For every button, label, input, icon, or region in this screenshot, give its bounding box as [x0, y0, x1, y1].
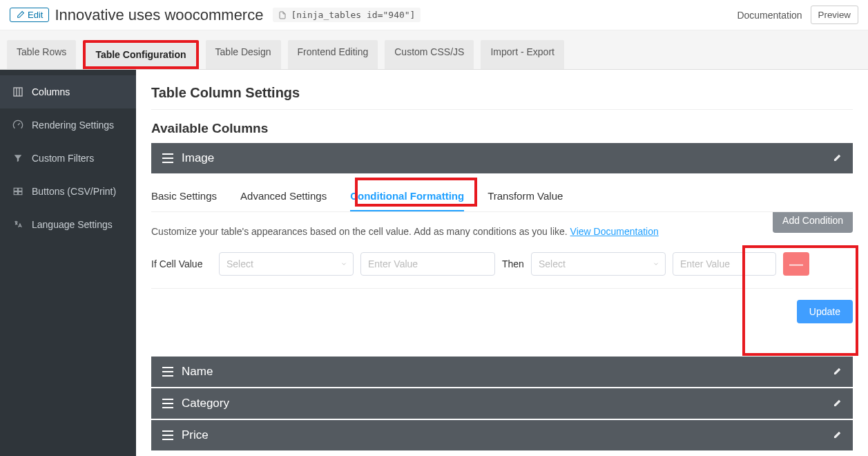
if-operator-select[interactable]: Select	[219, 252, 354, 276]
shortcode-display[interactable]: [ninja_tables id="940"]	[273, 8, 421, 22]
remove-condition-button[interactable]: —	[783, 252, 809, 276]
edit-column-icon[interactable]	[832, 430, 842, 440]
column-header-image[interactable]: Image	[151, 143, 853, 173]
sidebar-item-label: Language Settings	[32, 219, 113, 230]
edit-button[interactable]: Edit	[10, 8, 49, 22]
filter-icon	[12, 153, 23, 164]
main-tabs: Table Rows Table Configuration Table Des…	[0, 30, 868, 70]
condition-row: If Cell Value Select Then Select —	[151, 252, 853, 289]
tab-table-rows[interactable]: Table Rows	[7, 40, 76, 69]
inner-tab-advanced[interactable]: Advanced Settings	[240, 190, 327, 211]
sidebar-item-buttons[interactable]: Buttons (CSV/Print)	[0, 175, 136, 208]
section-title: Table Column Settings	[151, 85, 853, 110]
edit-column-icon[interactable]	[832, 367, 842, 377]
edit-column-icon[interactable]	[832, 399, 842, 408]
sidebar: Columns Rendering Settings Custom Filter…	[0, 70, 136, 456]
column-label: Category	[182, 397, 229, 410]
svg-rect-5	[19, 188, 22, 191]
inner-tabs: Basic Settings Advanced Settings Conditi…	[151, 173, 853, 212]
edit-button-label: Edit	[28, 10, 43, 20]
language-icon	[12, 219, 23, 230]
drag-handle-icon[interactable]	[162, 430, 173, 440]
tab-import-export[interactable]: Import - Export	[481, 40, 564, 69]
then-action-select[interactable]: Select	[531, 252, 666, 276]
inner-tab-transform[interactable]: Transform Value	[488, 190, 563, 211]
if-value-input[interactable]	[360, 252, 495, 276]
drag-handle-icon[interactable]	[162, 399, 173, 408]
column-label: Name	[182, 365, 213, 379]
column-header-price[interactable]: Price	[151, 420, 853, 450]
conditional-description: Customize your table's appearances based…	[151, 226, 568, 237]
content-area: Table Column Settings Available Columns …	[136, 70, 868, 456]
sidebar-item-label: Columns	[32, 86, 70, 97]
then-label: Then	[502, 258, 524, 269]
edit-column-icon[interactable]	[832, 153, 842, 163]
column-header-category[interactable]: Category	[151, 388, 853, 419]
tab-custom-css-js[interactable]: Custom CSS/JS	[385, 40, 474, 69]
svg-rect-7	[19, 192, 22, 195]
update-button[interactable]: Update	[797, 300, 853, 323]
inner-tab-conditional[interactable]: Conditional Formatting	[350, 190, 464, 211]
drag-handle-icon[interactable]	[162, 153, 173, 163]
tab-frontend-editing[interactable]: Frontend Editing	[288, 40, 378, 69]
sidebar-item-label: Custom Filters	[32, 153, 94, 164]
inner-tab-basic[interactable]: Basic Settings	[151, 190, 217, 211]
chevron-down-icon	[653, 260, 659, 267]
sidebar-item-columns[interactable]: Columns	[0, 75, 136, 108]
column-label: Price	[182, 428, 209, 442]
drag-handle-icon[interactable]	[162, 367, 173, 377]
tab-table-configuration[interactable]: Table Configuration	[83, 40, 198, 69]
svg-line-3	[18, 123, 20, 125]
then-value-input[interactable]	[673, 252, 776, 276]
column-header-name[interactable]: Name	[151, 357, 853, 387]
documentation-link[interactable]: Documentation	[737, 10, 802, 21]
select-placeholder: Select	[226, 258, 253, 269]
chevron-down-icon	[340, 260, 347, 267]
sidebar-item-filters[interactable]: Custom Filters	[0, 142, 136, 175]
view-documentation-link[interactable]: View Documentation	[570, 226, 659, 237]
svg-rect-0	[14, 88, 22, 96]
sidebar-item-label: Rendering Settings	[32, 120, 114, 131]
preview-button[interactable]: Preview	[811, 6, 858, 24]
shortcode-text: [ninja_tables id="940"]	[291, 10, 415, 20]
svg-rect-4	[14, 188, 17, 191]
tachometer-icon	[12, 120, 23, 131]
page-title: Innovative uses woocommerce	[55, 6, 263, 24]
add-condition-button[interactable]: Add Condition	[773, 212, 853, 233]
sidebar-item-language[interactable]: Language Settings	[0, 208, 136, 241]
tab-table-design[interactable]: Table Design	[206, 40, 281, 69]
sidebar-item-rendering[interactable]: Rendering Settings	[0, 108, 136, 142]
if-cell-value-label: If Cell Value	[151, 258, 212, 269]
column-label: Image	[182, 151, 214, 165]
sidebar-item-label: Buttons (CSV/Print)	[32, 186, 116, 197]
select-placeholder: Select	[539, 258, 566, 269]
document-icon	[278, 10, 287, 20]
svg-rect-6	[14, 192, 17, 195]
columns-icon	[12, 86, 23, 97]
sub-title: Available Columns	[151, 121, 853, 136]
buttons-icon	[12, 186, 23, 197]
